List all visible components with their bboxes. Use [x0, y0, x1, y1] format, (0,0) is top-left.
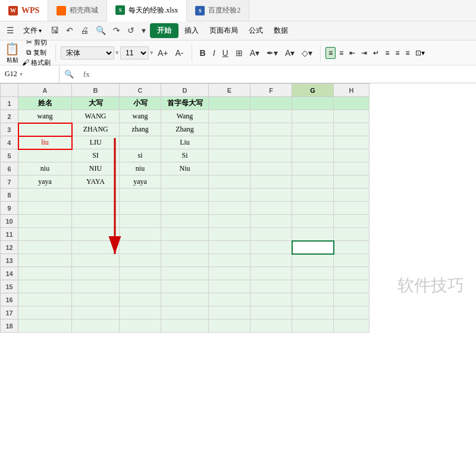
- cell-r1-c7[interactable]: [334, 97, 369, 110]
- font-color-button[interactable]: A▾: [282, 47, 298, 59]
- fill-color-button[interactable]: A▾: [247, 47, 262, 59]
- cell-r17-c4[interactable]: [209, 306, 250, 320]
- cell-r5-c6[interactable]: [292, 149, 334, 162]
- col-header-E[interactable]: E: [209, 84, 250, 97]
- cell-r15-c0[interactable]: [18, 280, 72, 293]
- cell-r6-c3[interactable]: Niu: [161, 162, 209, 176]
- cell-r18-c5[interactable]: [250, 320, 292, 333]
- col-header-G[interactable]: G: [292, 84, 334, 97]
- cell-r12-c1[interactable]: [72, 241, 120, 254]
- cell-r14-c0[interactable]: [18, 267, 72, 280]
- tab-daoke[interactable]: 稻壳商城: [48, 0, 107, 21]
- more-icon[interactable]: ▾: [139, 24, 149, 37]
- cell-r6-c7[interactable]: [334, 162, 369, 176]
- cell-r12-c7[interactable]: [334, 241, 369, 254]
- tab-excel[interactable]: S 每天的经验.xlsx: [107, 0, 187, 21]
- cell-r12-c6[interactable]: [292, 241, 334, 254]
- menu-icon[interactable]: ☰: [4, 24, 17, 37]
- cell-r16-c4[interactable]: [209, 293, 250, 306]
- paste-button[interactable]: 📋 粘贴: [5, 42, 20, 64]
- align-vcenter-button[interactable]: ≡: [393, 48, 402, 58]
- cell-r9-c7[interactable]: [334, 202, 369, 215]
- cell-r10-c7[interactable]: [334, 215, 369, 228]
- cell-r1-c0[interactable]: 姓名: [18, 97, 72, 110]
- cell-r18-c1[interactable]: [72, 320, 120, 333]
- cell-r5-c3[interactable]: Si: [161, 149, 209, 162]
- cell-r18-c6[interactable]: [292, 320, 334, 333]
- cell-r18-c2[interactable]: [120, 320, 161, 333]
- cell-r5-c7[interactable]: [334, 149, 369, 162]
- cell-r8-c1[interactable]: [72, 189, 120, 202]
- formula-input[interactable]: [95, 70, 476, 79]
- cell-r8-c4[interactable]: [209, 189, 250, 202]
- menu-home[interactable]: 开始: [150, 23, 178, 38]
- cell-r1-c1[interactable]: 大写: [72, 97, 120, 110]
- cell-r10-c4[interactable]: [209, 215, 250, 228]
- cell-r1-c3[interactable]: 首字母大写: [161, 97, 209, 110]
- underline-button[interactable]: U: [220, 47, 231, 59]
- cell-r17-c0[interactable]: [18, 306, 72, 320]
- cell-r4-c1[interactable]: LIU: [72, 136, 120, 149]
- cell-r8-c0[interactable]: [18, 189, 72, 202]
- align-right-button[interactable]: ≡: [337, 48, 346, 58]
- menu-insert[interactable]: 插入: [180, 24, 203, 37]
- cell-r11-c5[interactable]: [250, 228, 292, 241]
- cell-r9-c0[interactable]: [18, 202, 72, 215]
- cell-r9-c2[interactable]: [120, 202, 161, 215]
- align-left-button[interactable]: ≡: [383, 48, 392, 58]
- col-header-F[interactable]: F: [250, 84, 292, 97]
- cell-r17-c1[interactable]: [72, 306, 120, 320]
- cell-r4-c7[interactable]: [334, 136, 369, 149]
- cell-r17-c6[interactable]: [292, 306, 334, 320]
- undo-icon[interactable]: ↺: [124, 24, 137, 37]
- menu-formula[interactable]: 公式: [244, 24, 268, 37]
- cell-r17-c5[interactable]: [250, 306, 292, 320]
- menu-data[interactable]: 数据: [269, 24, 293, 37]
- cell-r14-c4[interactable]: [209, 267, 250, 280]
- cell-r14-c2[interactable]: [120, 267, 161, 280]
- cell-r2-c0[interactable]: wang: [18, 110, 72, 123]
- cell-r11-c0[interactable]: [18, 228, 72, 241]
- cell-r2-c6[interactable]: [292, 110, 334, 123]
- cell-r14-c5[interactable]: [250, 267, 292, 280]
- cell-r17-c2[interactable]: [120, 306, 161, 320]
- cell-r2-c7[interactable]: [334, 110, 369, 123]
- align-vbottom-button[interactable]: ≡: [403, 48, 412, 58]
- cell-r18-c3[interactable]: [161, 320, 209, 333]
- cell-r3-c4[interactable]: [209, 123, 250, 136]
- cell-r6-c4[interactable]: [209, 162, 250, 176]
- cell-r7-c2[interactable]: yaya: [120, 176, 161, 189]
- cell-r7-c3[interactable]: [161, 176, 209, 189]
- tab-wps[interactable]: W WPS: [0, 0, 48, 21]
- cell-r4-c0[interactable]: liu: [18, 136, 72, 149]
- cell-r18-c7[interactable]: [334, 320, 369, 333]
- cell-r13-c2[interactable]: [120, 254, 161, 267]
- cell-r3-c3[interactable]: Zhang: [161, 123, 209, 136]
- clear-button[interactable]: ◇▾: [299, 47, 315, 59]
- cell-r17-c7[interactable]: [334, 306, 369, 320]
- cell-r6-c2[interactable]: niu: [120, 162, 161, 176]
- cell-r10-c6[interactable]: [292, 215, 334, 228]
- save-icon[interactable]: 🖫: [48, 25, 62, 37]
- print-icon[interactable]: 🖨: [77, 25, 92, 37]
- cell-r15-c7[interactable]: [334, 280, 369, 293]
- cell-r8-c5[interactable]: [250, 189, 292, 202]
- cell-r5-c0[interactable]: [18, 149, 72, 162]
- cell-r2-c2[interactable]: wang: [120, 110, 161, 123]
- cell-r12-c5[interactable]: [250, 241, 292, 254]
- cell-r3-c6[interactable]: [292, 123, 334, 136]
- cell-r5-c1[interactable]: SI: [72, 149, 120, 162]
- bold-button[interactable]: B: [197, 47, 209, 59]
- wrap-button[interactable]: ↵: [371, 48, 381, 58]
- cell-r6-c6[interactable]: [292, 162, 334, 176]
- cell-r7-c4[interactable]: [209, 176, 250, 189]
- cell-r4-c6[interactable]: [292, 136, 334, 149]
- cell-r7-c7[interactable]: [334, 176, 369, 189]
- col-header-C[interactable]: C: [120, 84, 161, 97]
- cell-r6-c5[interactable]: [250, 162, 292, 176]
- col-header-H[interactable]: H: [334, 84, 369, 97]
- cell-r16-c1[interactable]: [72, 293, 120, 306]
- cell-r1-c2[interactable]: 小写: [120, 97, 161, 110]
- cell-r1-c5[interactable]: [250, 97, 292, 110]
- cell-r4-c2[interactable]: [120, 136, 161, 149]
